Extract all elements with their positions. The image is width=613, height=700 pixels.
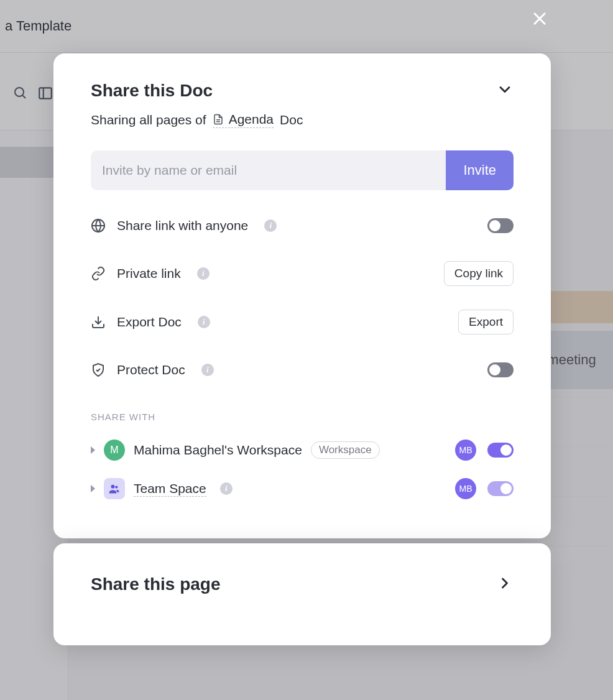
expand-caret-icon[interactable] [91,485,95,492]
share-row-workspace: M Mahima Baghel's Workspace Workspace MB [91,440,514,461]
private-link-label: Private link [117,266,181,281]
info-icon[interactable]: i [201,364,214,376]
workspace-name[interactable]: Mahima Baghel's Workspace [134,443,302,458]
private-link-row: Private link i Copy link [91,261,514,286]
share-row-team-space: Team Space i MB [91,478,514,499]
svg-point-11 [111,485,115,489]
doc-suffix: Doc [280,113,303,127]
globe-icon [91,218,106,233]
share-link-label: Share link with anyone [117,218,248,233]
share-link-toggle[interactable] [487,218,514,233]
workspace-share-toggle[interactable] [487,443,514,458]
close-icon [531,10,548,27]
expand-caret-icon[interactable] [91,446,95,454]
protect-doc-label: Protect Doc [117,362,185,377]
protect-doc-row: Protect Doc i [91,358,514,382]
subheader-prefix: Sharing all pages of [91,113,206,127]
team-space-name[interactable]: Team Space [134,481,206,497]
share-doc-modal: Share this Doc Sharing all pages of Agen… [53,53,551,538]
modal-title: Share this Doc [91,81,213,101]
info-icon[interactable]: i [264,219,277,232]
download-icon [91,315,106,329]
invite-input[interactable] [91,150,446,190]
member-avatar[interactable]: MB [455,478,476,499]
invite-button[interactable]: Invite [446,150,514,190]
expand-button[interactable] [496,574,514,594]
doc-name: Agenda [229,112,274,127]
copy-link-button[interactable]: Copy link [444,261,514,286]
collapse-button[interactable] [496,81,514,101]
svg-point-12 [115,486,118,488]
share-page-title: Share this page [91,574,221,594]
team-space-share-toggle[interactable] [487,481,514,496]
doc-icon [213,113,224,126]
people-icon [108,482,121,495]
member-avatar[interactable]: MB [455,440,476,461]
team-space-avatar [104,478,125,499]
export-doc-label: Export Doc [117,315,182,329]
link-icon [91,266,106,281]
info-icon[interactable]: i [197,267,210,280]
export-button[interactable]: Export [458,310,514,334]
close-button[interactable] [528,7,551,30]
modal-header: Share this Doc [91,81,514,101]
chevron-down-icon [496,81,514,98]
doc-reference[interactable]: Agenda [213,112,274,128]
workspace-badge: Workspace [311,441,380,459]
shield-icon [91,362,106,377]
modal-subheader: Sharing all pages of Agenda Doc [91,112,514,128]
info-icon[interactable]: i [198,316,210,328]
invite-row: Invite [91,150,514,190]
chevron-right-icon [496,574,514,592]
export-doc-row: Export Doc i Export [91,310,514,334]
share-with-label: SHARE WITH [91,412,514,422]
share-page-modal[interactable]: Share this page [53,543,551,645]
info-icon[interactable]: i [220,482,233,495]
protect-doc-toggle[interactable] [487,362,514,377]
workspace-avatar: M [104,440,125,461]
share-link-row: Share link with anyone i [91,214,514,237]
